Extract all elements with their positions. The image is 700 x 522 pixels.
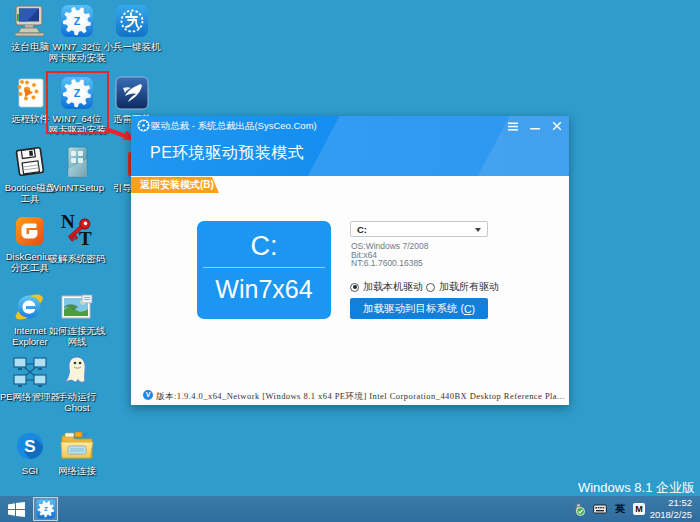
remote-software-icon <box>13 76 47 110</box>
load-drivers-button[interactable]: 加载驱动到目标系统 (C) <box>350 298 488 319</box>
driver-load-radio-group: 加载本机驱动 加载所有驱动 <box>350 280 499 294</box>
drive-os: Win7x64 <box>197 275 331 304</box>
language-indicator[interactable]: 英 <box>615 502 625 516</box>
desktop-icon-label: 小兵一键装机 <box>100 41 164 52</box>
xunlei-icon <box>115 76 149 110</box>
taskbar-clock[interactable]: 21:52 2018/2/25 <box>650 497 692 521</box>
nt-password-key-icon: N T <box>58 212 96 250</box>
ime-icon[interactable]: M <box>633 503 645 515</box>
drive-select[interactable]: C: <box>350 221 488 237</box>
radio-load-all-drivers[interactable]: 加载所有驱动 <box>426 280 499 294</box>
desktop-icon-wireless-help[interactable]: 如何连接无线网线 <box>45 294 109 347</box>
menu-icon[interactable] <box>507 120 519 132</box>
button-label-prefix: 加载驱动到目标系统 ( <box>363 302 464 316</box>
internet-explorer-icon <box>13 292 47 322</box>
svg-text:S: S <box>24 437 35 456</box>
desktop-icon-label: 破解系统密码 <box>45 253 109 264</box>
window-titlebar[interactable]: 驱动总裁 - 系统总裁出品(SysCeo.Com) <box>131 116 569 136</box>
version-badge-icon: V <box>143 390 153 400</box>
svg-text:T: T <box>79 228 92 249</box>
radio-load-local-drivers[interactable]: 加载本机驱动 <box>350 280 423 294</box>
ghost-icon <box>60 354 94 388</box>
os-info: OS:Windows 7/2008 Bit:x64 NT:6.1.7600.16… <box>351 242 428 268</box>
desktop-icon-label-line: 手动运行 <box>45 391 109 402</box>
window-controls <box>507 116 563 136</box>
desktop-icon-label-line: Ghost <box>45 402 109 413</box>
this-pc-icon <box>13 4 47 38</box>
xiaobing-icon <box>115 4 149 38</box>
driver-gear-icon: Z <box>60 4 94 38</box>
app-logo-icon <box>137 119 150 132</box>
window-title: 驱动总裁 - 系统总裁出品(SysCeo.Com) <box>151 120 317 133</box>
desktop: 这台电脑 Z WIN7_32位网卡驱动安装 <box>0 0 700 522</box>
radio-selected-icon <box>350 283 359 292</box>
svg-text:Z: Z <box>74 15 81 27</box>
touch-keyboard-icon[interactable] <box>593 503 607 515</box>
annotation-red-box <box>46 71 109 134</box>
desktop-icon-label: 网络连接 <box>45 465 109 476</box>
button-access-key: C <box>464 303 472 315</box>
photo-document-icon <box>60 294 94 322</box>
version-text: 版本:1.9.4.0_x64_Network [Windows 8.1 x64 … <box>156 391 565 403</box>
drive-select-value: C: <box>357 224 367 235</box>
os-watermark: Windows 8.1 企业版 <box>578 479 695 497</box>
minimize-icon[interactable] <box>529 120 541 132</box>
clock-date: 2018/2/25 <box>650 509 692 521</box>
windows-logo-icon <box>8 502 25 517</box>
svg-text:Z: Z <box>44 505 48 512</box>
driver-app-window: 驱动总裁 - 系统总裁出品(SysCeo.Com) PE环境驱动预装模式 返回安… <box>131 116 569 405</box>
desktop-icon-label: 手动运行Ghost <box>45 391 109 413</box>
bootice-floppy-icon <box>13 145 47 179</box>
diskgenius-icon <box>13 214 47 248</box>
clock-time: 21:52 <box>650 497 692 509</box>
radio-unselected-icon <box>426 283 435 292</box>
chevron-down-icon <box>475 228 481 232</box>
tile-divider <box>203 267 325 268</box>
desktop-icon-ghost[interactable]: 手动运行Ghost <box>45 354 109 413</box>
taskbar-app-driver[interactable]: Z <box>33 497 58 521</box>
sgi-icon: S <box>14 430 46 462</box>
drive-letter: C: <box>197 231 331 262</box>
window-header-area: 驱动总裁 - 系统总裁出品(SysCeo.Com) PE环境驱动预装模式 <box>131 116 569 176</box>
driver-gear-icon: Z <box>36 499 56 519</box>
taskbar: Z 英 M 21:52 2018 <box>0 496 700 522</box>
os-info-line: NT:6.1.7600.16385 <box>351 259 428 268</box>
desktop-icon-label: 如何连接无线网线 <box>45 325 109 347</box>
start-button[interactable] <box>0 496 33 522</box>
winntsetup-icon <box>60 145 94 179</box>
close-icon[interactable] <box>551 120 563 132</box>
mode-heading: PE环境驱动预装模式 <box>150 143 304 164</box>
desktop-icon-label-line: 网线 <box>45 336 109 347</box>
svg-text:N: N <box>61 212 75 232</box>
network-connections-folder-icon <box>59 430 95 462</box>
desktop-icon-label-line: 工具 <box>0 193 62 204</box>
back-to-install-mode-button[interactable]: 返回安装模式(B) <box>131 177 219 193</box>
window-statusbar: V 版本:1.9.4.0_x64_Network [Windows 8.1 x6… <box>131 387 569 405</box>
button-label-suffix: ) <box>472 303 476 315</box>
network-manager-icon <box>11 356 49 388</box>
desktop-icon-xiaobing[interactable]: 小兵一键装机 <box>100 4 164 52</box>
desktop-icon-nt-password[interactable]: N T 破解系统密码 <box>45 212 109 264</box>
system-tray: 英 M <box>572 496 645 522</box>
desktop-icon-label-line: 网卡驱动安装 <box>45 52 109 63</box>
desktop-icon-net-conn[interactable]: 网络连接 <box>45 430 109 476</box>
drive-tile[interactable]: C: Win7x64 <box>197 221 331 319</box>
usb-eject-icon[interactable] <box>572 503 585 516</box>
desktop-icon-label-line: 如何连接无线 <box>45 325 109 336</box>
